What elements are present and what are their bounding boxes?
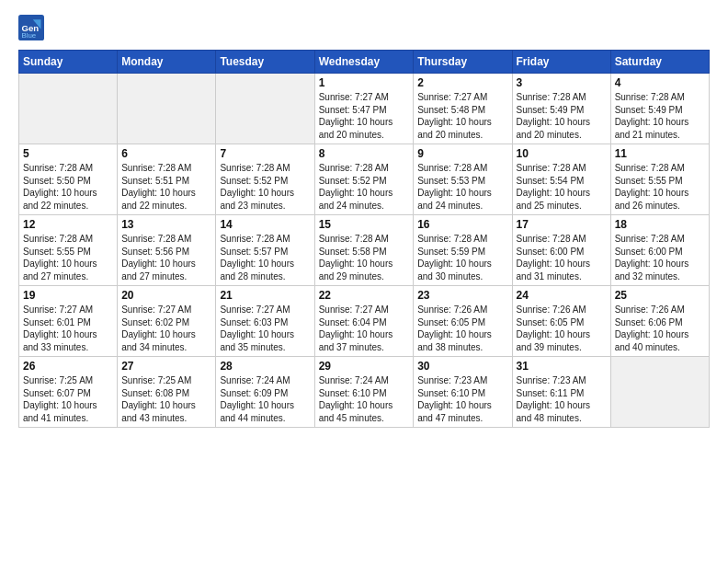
logo: Gen Blue xyxy=(18,15,48,40)
svg-text:Blue: Blue xyxy=(22,31,37,40)
calendar-cell: 4Sunrise: 7:28 AMSunset: 5:49 PMDaylight… xyxy=(610,74,709,144)
calendar-cell: 8Sunrise: 7:28 AMSunset: 5:52 PMDaylight… xyxy=(314,144,414,215)
weekday-header-row: SundayMondayTuesdayWednesdayThursdayFrid… xyxy=(19,51,710,74)
day-number: 4 xyxy=(615,76,705,89)
day-number: 18 xyxy=(615,218,705,231)
day-number: 19 xyxy=(23,289,113,302)
day-number: 30 xyxy=(417,360,507,373)
calendar-cell: 10Sunrise: 7:28 AMSunset: 5:54 PMDayligh… xyxy=(512,144,610,215)
calendar-cell: 16Sunrise: 7:28 AMSunset: 5:59 PMDayligh… xyxy=(414,215,512,286)
day-number: 16 xyxy=(417,218,507,231)
cell-info: Sunrise: 7:28 AMSunset: 5:49 PMDaylight:… xyxy=(517,91,607,141)
day-number: 22 xyxy=(319,289,410,302)
calendar-cell: 26Sunrise: 7:25 AMSunset: 6:07 PMDayligh… xyxy=(19,357,118,428)
cell-info: Sunrise: 7:23 AMSunset: 6:11 PMDaylight:… xyxy=(517,374,607,424)
cell-info: Sunrise: 7:25 AMSunset: 6:07 PMDaylight:… xyxy=(23,374,113,424)
calendar-cell: 5Sunrise: 7:28 AMSunset: 5:50 PMDaylight… xyxy=(19,144,118,215)
week-row-5: 26Sunrise: 7:25 AMSunset: 6:07 PMDayligh… xyxy=(19,357,710,428)
day-number: 20 xyxy=(121,289,211,302)
week-row-3: 12Sunrise: 7:28 AMSunset: 5:55 PMDayligh… xyxy=(19,215,710,286)
cell-info: Sunrise: 7:28 AMSunset: 5:49 PMDaylight:… xyxy=(615,91,705,141)
cell-info: Sunrise: 7:27 AMSunset: 5:47 PMDaylight:… xyxy=(319,91,410,141)
calendar-cell: 18Sunrise: 7:28 AMSunset: 6:00 PMDayligh… xyxy=(610,215,709,286)
cell-info: Sunrise: 7:27 AMSunset: 6:03 PMDaylight:… xyxy=(220,304,310,353)
cell-info: Sunrise: 7:28 AMSunset: 5:52 PMDaylight:… xyxy=(220,162,310,212)
calendar-cell: 13Sunrise: 7:28 AMSunset: 5:56 PMDayligh… xyxy=(118,215,216,286)
cell-info: Sunrise: 7:28 AMSunset: 5:51 PMDaylight:… xyxy=(121,162,211,212)
day-number: 8 xyxy=(319,147,410,160)
cell-info: Sunrise: 7:28 AMSunset: 5:53 PMDaylight:… xyxy=(417,162,507,212)
cell-info: Sunrise: 7:26 AMSunset: 6:05 PMDaylight:… xyxy=(417,304,507,353)
cell-info: Sunrise: 7:28 AMSunset: 5:55 PMDaylight:… xyxy=(615,162,705,212)
day-number: 25 xyxy=(615,289,705,302)
calendar-cell: 19Sunrise: 7:27 AMSunset: 6:01 PMDayligh… xyxy=(19,286,118,357)
cell-info: Sunrise: 7:28 AMSunset: 5:55 PMDaylight:… xyxy=(23,233,113,282)
calendar-cell: 6Sunrise: 7:28 AMSunset: 5:51 PMDaylight… xyxy=(118,144,216,215)
calendar-cell: 20Sunrise: 7:27 AMSunset: 6:02 PMDayligh… xyxy=(118,286,216,357)
day-number: 17 xyxy=(517,218,607,231)
cell-info: Sunrise: 7:26 AMSunset: 6:05 PMDaylight:… xyxy=(517,304,607,353)
calendar-cell: 28Sunrise: 7:24 AMSunset: 6:09 PMDayligh… xyxy=(216,357,314,428)
day-number: 13 xyxy=(121,218,211,231)
cell-info: Sunrise: 7:28 AMSunset: 6:00 PMDaylight:… xyxy=(615,233,705,282)
calendar-cell: 21Sunrise: 7:27 AMSunset: 6:03 PMDayligh… xyxy=(216,286,314,357)
week-row-2: 5Sunrise: 7:28 AMSunset: 5:50 PMDaylight… xyxy=(19,144,710,215)
calendar-cell: 29Sunrise: 7:24 AMSunset: 6:10 PMDayligh… xyxy=(314,357,414,428)
day-number: 5 xyxy=(23,147,113,160)
cell-info: Sunrise: 7:28 AMSunset: 5:54 PMDaylight:… xyxy=(517,162,607,212)
cell-info: Sunrise: 7:28 AMSunset: 5:58 PMDaylight:… xyxy=(319,233,410,282)
header: Gen Blue xyxy=(18,15,710,40)
week-row-4: 19Sunrise: 7:27 AMSunset: 6:01 PMDayligh… xyxy=(19,286,710,357)
day-number: 6 xyxy=(121,147,211,160)
day-number: 15 xyxy=(319,218,410,231)
cell-info: Sunrise: 7:24 AMSunset: 6:09 PMDaylight:… xyxy=(220,374,310,424)
calendar-cell: 9Sunrise: 7:28 AMSunset: 5:53 PMDaylight… xyxy=(414,144,512,215)
weekday-header-saturday: Saturday xyxy=(610,51,709,74)
week-row-1: 1Sunrise: 7:27 AMSunset: 5:47 PMDaylight… xyxy=(19,74,710,144)
cell-info: Sunrise: 7:26 AMSunset: 6:06 PMDaylight:… xyxy=(615,304,705,353)
calendar-cell: 14Sunrise: 7:28 AMSunset: 5:57 PMDayligh… xyxy=(216,215,314,286)
cell-info: Sunrise: 7:27 AMSunset: 6:02 PMDaylight:… xyxy=(121,304,211,353)
cell-info: Sunrise: 7:28 AMSunset: 5:50 PMDaylight:… xyxy=(23,162,113,212)
day-number: 29 xyxy=(319,360,410,373)
calendar-cell xyxy=(610,357,709,428)
day-number: 9 xyxy=(417,147,507,160)
cell-info: Sunrise: 7:27 AMSunset: 5:48 PMDaylight:… xyxy=(417,91,507,141)
cell-info: Sunrise: 7:27 AMSunset: 6:04 PMDaylight:… xyxy=(319,304,410,353)
day-number: 3 xyxy=(517,76,607,89)
logo-icon: Gen Blue xyxy=(18,15,44,40)
page: Gen Blue SundayMondayTuesdayWednesdayThu… xyxy=(0,0,728,437)
calendar-cell: 25Sunrise: 7:26 AMSunset: 6:06 PMDayligh… xyxy=(610,286,709,357)
calendar-cell: 3Sunrise: 7:28 AMSunset: 5:49 PMDaylight… xyxy=(512,74,610,144)
day-number: 14 xyxy=(220,218,310,231)
day-number: 7 xyxy=(220,147,310,160)
calendar-cell: 17Sunrise: 7:28 AMSunset: 6:00 PMDayligh… xyxy=(512,215,610,286)
calendar-cell: 22Sunrise: 7:27 AMSunset: 6:04 PMDayligh… xyxy=(314,286,414,357)
day-number: 31 xyxy=(517,360,607,373)
calendar-cell: 7Sunrise: 7:28 AMSunset: 5:52 PMDaylight… xyxy=(216,144,314,215)
cell-info: Sunrise: 7:23 AMSunset: 6:10 PMDaylight:… xyxy=(417,374,507,424)
day-number: 1 xyxy=(319,76,410,89)
cell-info: Sunrise: 7:28 AMSunset: 6:00 PMDaylight:… xyxy=(517,233,607,282)
calendar-cell: 24Sunrise: 7:26 AMSunset: 6:05 PMDayligh… xyxy=(512,286,610,357)
calendar-cell xyxy=(19,74,118,144)
cell-info: Sunrise: 7:24 AMSunset: 6:10 PMDaylight:… xyxy=(319,374,410,424)
calendar-cell: 11Sunrise: 7:28 AMSunset: 5:55 PMDayligh… xyxy=(610,144,709,215)
calendar-cell: 1Sunrise: 7:27 AMSunset: 5:47 PMDaylight… xyxy=(314,74,414,144)
day-number: 12 xyxy=(23,218,113,231)
cell-info: Sunrise: 7:27 AMSunset: 6:01 PMDaylight:… xyxy=(23,304,113,353)
calendar-cell xyxy=(216,74,314,144)
day-number: 27 xyxy=(121,360,211,373)
weekday-header-friday: Friday xyxy=(512,51,610,74)
weekday-header-tuesday: Tuesday xyxy=(216,51,314,74)
weekday-header-sunday: Sunday xyxy=(19,51,118,74)
cell-info: Sunrise: 7:28 AMSunset: 5:56 PMDaylight:… xyxy=(121,233,211,282)
day-number: 26 xyxy=(23,360,113,373)
calendar-cell: 15Sunrise: 7:28 AMSunset: 5:58 PMDayligh… xyxy=(314,215,414,286)
cell-info: Sunrise: 7:28 AMSunset: 5:59 PMDaylight:… xyxy=(417,233,507,282)
calendar-cell: 23Sunrise: 7:26 AMSunset: 6:05 PMDayligh… xyxy=(414,286,512,357)
calendar-cell: 30Sunrise: 7:23 AMSunset: 6:10 PMDayligh… xyxy=(414,357,512,428)
day-number: 23 xyxy=(417,289,507,302)
cell-info: Sunrise: 7:25 AMSunset: 6:08 PMDaylight:… xyxy=(121,374,211,424)
calendar-cell: 12Sunrise: 7:28 AMSunset: 5:55 PMDayligh… xyxy=(19,215,118,286)
